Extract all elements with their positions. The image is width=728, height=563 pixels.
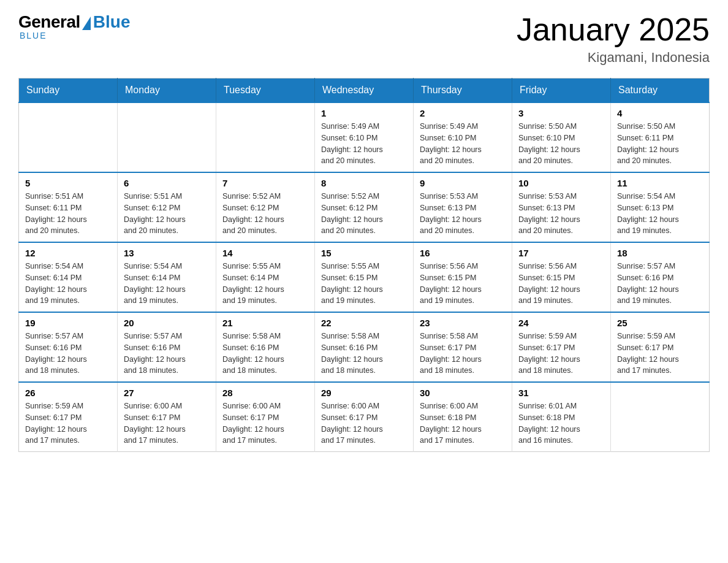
day-info: Sunrise: 5:59 AM Sunset: 6:17 PM Dayligh…: [617, 331, 703, 377]
calendar-week-row: 26Sunrise: 5:59 AM Sunset: 6:17 PM Dayli…: [19, 382, 710, 452]
day-info: Sunrise: 6:00 AM Sunset: 6:18 PM Dayligh…: [420, 400, 506, 446]
day-number: 6: [124, 178, 210, 188]
day-number: 23: [420, 318, 506, 328]
calendar-cell: 29Sunrise: 6:00 AM Sunset: 6:17 PM Dayli…: [315, 382, 414, 452]
day-info: Sunrise: 5:55 AM Sunset: 6:15 PM Dayligh…: [321, 261, 407, 307]
day-number: 11: [617, 178, 703, 188]
calendar-cell: 31Sunrise: 6:01 AM Sunset: 6:18 PM Dayli…: [512, 382, 611, 452]
calendar-week-row: 1Sunrise: 5:49 AM Sunset: 6:10 PM Daylig…: [19, 102, 710, 172]
day-info: Sunrise: 5:54 AM Sunset: 6:14 PM Dayligh…: [25, 261, 111, 307]
day-info: Sunrise: 5:55 AM Sunset: 6:14 PM Dayligh…: [222, 261, 308, 307]
logo-blue-text: Blue: [93, 12, 131, 32]
day-info: Sunrise: 5:56 AM Sunset: 6:15 PM Dayligh…: [420, 261, 506, 307]
day-info: Sunrise: 5:51 AM Sunset: 6:11 PM Dayligh…: [25, 191, 111, 237]
day-number: 29: [321, 388, 407, 398]
calendar-cell: 7Sunrise: 5:52 AM Sunset: 6:12 PM Daylig…: [216, 172, 315, 242]
weekday-header-monday: Monday: [118, 79, 216, 103]
calendar-cell: 19Sunrise: 5:57 AM Sunset: 6:16 PM Dayli…: [19, 312, 118, 382]
day-number: 4: [617, 108, 703, 118]
calendar-cell: 10Sunrise: 5:53 AM Sunset: 6:13 PM Dayli…: [512, 172, 611, 242]
calendar-cell: 15Sunrise: 5:55 AM Sunset: 6:15 PM Dayli…: [315, 242, 414, 312]
day-number: 30: [420, 388, 506, 398]
day-info: Sunrise: 6:00 AM Sunset: 6:17 PM Dayligh…: [222, 400, 308, 446]
day-number: 17: [518, 248, 604, 258]
calendar-cell: 16Sunrise: 5:56 AM Sunset: 6:15 PM Dayli…: [414, 242, 512, 312]
day-info: Sunrise: 5:58 AM Sunset: 6:17 PM Dayligh…: [420, 331, 506, 377]
day-info: Sunrise: 5:57 AM Sunset: 6:16 PM Dayligh…: [124, 331, 210, 377]
calendar-cell: 22Sunrise: 5:58 AM Sunset: 6:16 PM Dayli…: [315, 312, 414, 382]
day-info: Sunrise: 5:58 AM Sunset: 6:16 PM Dayligh…: [321, 331, 407, 377]
calendar-cell: 27Sunrise: 6:00 AM Sunset: 6:17 PM Dayli…: [118, 382, 216, 452]
day-number: 24: [518, 318, 604, 328]
logo: General Blue Blue: [18, 12, 130, 40]
calendar-cell: 2Sunrise: 5:49 AM Sunset: 6:10 PM Daylig…: [414, 102, 512, 172]
day-info: Sunrise: 5:49 AM Sunset: 6:10 PM Dayligh…: [321, 121, 407, 167]
day-info: Sunrise: 5:53 AM Sunset: 6:13 PM Dayligh…: [420, 191, 506, 237]
calendar-week-row: 12Sunrise: 5:54 AM Sunset: 6:14 PM Dayli…: [19, 242, 710, 312]
day-info: Sunrise: 6:01 AM Sunset: 6:18 PM Dayligh…: [518, 400, 604, 446]
calendar-cell: 14Sunrise: 5:55 AM Sunset: 6:14 PM Dayli…: [216, 242, 315, 312]
day-number: 28: [222, 388, 308, 398]
day-number: 19: [25, 318, 111, 328]
day-number: 9: [420, 178, 506, 188]
calendar-week-row: 5Sunrise: 5:51 AM Sunset: 6:11 PM Daylig…: [19, 172, 710, 242]
calendar-cell: 25Sunrise: 5:59 AM Sunset: 6:17 PM Dayli…: [611, 312, 710, 382]
calendar-cell: 5Sunrise: 5:51 AM Sunset: 6:11 PM Daylig…: [19, 172, 118, 242]
calendar-cell: [216, 102, 315, 172]
day-number: 27: [124, 388, 210, 398]
day-info: Sunrise: 5:59 AM Sunset: 6:17 PM Dayligh…: [518, 331, 604, 377]
day-info: Sunrise: 5:52 AM Sunset: 6:12 PM Dayligh…: [222, 191, 308, 237]
title-block: January 2025 Kigamani, Indonesia: [517, 12, 710, 66]
weekday-header-thursday: Thursday: [414, 79, 512, 103]
day-number: 10: [518, 178, 604, 188]
day-info: Sunrise: 5:57 AM Sunset: 6:16 PM Dayligh…: [25, 331, 111, 377]
day-number: 22: [321, 318, 407, 328]
day-number: 3: [518, 108, 604, 118]
day-info: Sunrise: 5:51 AM Sunset: 6:12 PM Dayligh…: [124, 191, 210, 237]
calendar-cell: [611, 382, 710, 452]
day-info: Sunrise: 5:50 AM Sunset: 6:10 PM Dayligh…: [518, 121, 604, 167]
day-number: 14: [222, 248, 308, 258]
logo-tagline: Blue: [20, 31, 47, 40]
calendar-cell: 23Sunrise: 5:58 AM Sunset: 6:17 PM Dayli…: [414, 312, 512, 382]
day-number: 21: [222, 318, 308, 328]
calendar-cell: 24Sunrise: 5:59 AM Sunset: 6:17 PM Dayli…: [512, 312, 611, 382]
calendar-cell: 8Sunrise: 5:52 AM Sunset: 6:12 PM Daylig…: [315, 172, 414, 242]
logo-triangle-icon: [82, 17, 91, 30]
weekday-header-wednesday: Wednesday: [315, 79, 414, 103]
day-info: Sunrise: 5:57 AM Sunset: 6:16 PM Dayligh…: [617, 261, 703, 307]
calendar-header-row: SundayMondayTuesdayWednesdayThursdayFrid…: [19, 79, 710, 103]
day-number: 31: [518, 388, 604, 398]
weekday-header-tuesday: Tuesday: [216, 79, 315, 103]
calendar-cell: 28Sunrise: 6:00 AM Sunset: 6:17 PM Dayli…: [216, 382, 315, 452]
day-number: 1: [321, 108, 407, 118]
calendar-cell: 12Sunrise: 5:54 AM Sunset: 6:14 PM Dayli…: [19, 242, 118, 312]
calendar-cell: 9Sunrise: 5:53 AM Sunset: 6:13 PM Daylig…: [414, 172, 512, 242]
page-title: January 2025: [517, 12, 710, 47]
calendar-cell: 21Sunrise: 5:58 AM Sunset: 6:16 PM Dayli…: [216, 312, 315, 382]
weekday-header-saturday: Saturday: [611, 79, 710, 103]
day-info: Sunrise: 6:00 AM Sunset: 6:17 PM Dayligh…: [124, 400, 210, 446]
day-number: 20: [124, 318, 210, 328]
page-subtitle: Kigamani, Indonesia: [517, 50, 710, 66]
day-number: 18: [617, 248, 703, 258]
day-info: Sunrise: 5:59 AM Sunset: 6:17 PM Dayligh…: [25, 400, 111, 446]
day-number: 8: [321, 178, 407, 188]
day-number: 15: [321, 248, 407, 258]
calendar-cell: 1Sunrise: 5:49 AM Sunset: 6:10 PM Daylig…: [315, 102, 414, 172]
day-info: Sunrise: 5:52 AM Sunset: 6:12 PM Dayligh…: [321, 191, 407, 237]
day-number: 7: [222, 178, 308, 188]
calendar-cell: 3Sunrise: 5:50 AM Sunset: 6:10 PM Daylig…: [512, 102, 611, 172]
day-info: Sunrise: 5:54 AM Sunset: 6:14 PM Dayligh…: [124, 261, 210, 307]
calendar-week-row: 19Sunrise: 5:57 AM Sunset: 6:16 PM Dayli…: [19, 312, 710, 382]
calendar-cell: 30Sunrise: 6:00 AM Sunset: 6:18 PM Dayli…: [414, 382, 512, 452]
calendar-cell: [19, 102, 118, 172]
page-header: General Blue Blue January 2025 Kigamani,…: [18, 12, 710, 66]
day-number: 25: [617, 318, 703, 328]
weekday-header-friday: Friday: [512, 79, 611, 103]
day-number: 26: [25, 388, 111, 398]
calendar-cell: [118, 102, 216, 172]
calendar-cell: 4Sunrise: 5:50 AM Sunset: 6:11 PM Daylig…: [611, 102, 710, 172]
day-number: 16: [420, 248, 506, 258]
calendar-cell: 17Sunrise: 5:56 AM Sunset: 6:15 PM Dayli…: [512, 242, 611, 312]
